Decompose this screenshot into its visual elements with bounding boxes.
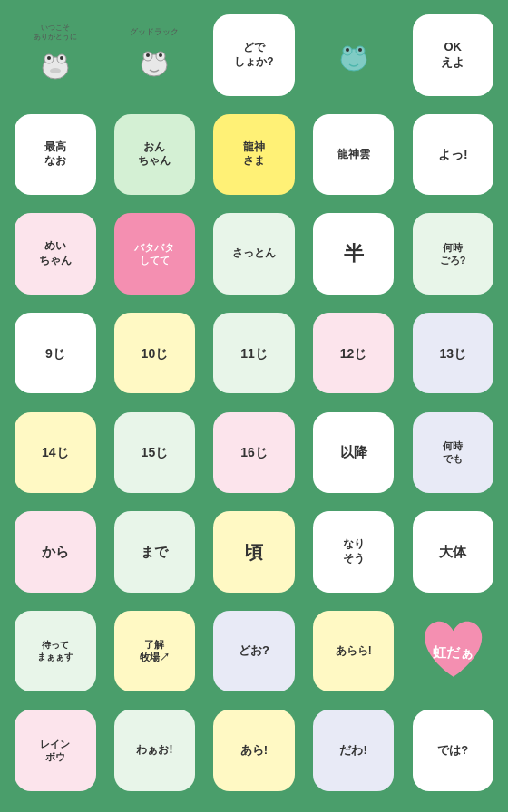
sticker-grid: いつこそありがとうに グッドラック どでしょか? <box>9 9 499 797</box>
sticker-11[interactable]: めいちゃん <box>9 208 102 300</box>
sticker-2[interactable]: グッドラック <box>109 9 201 102</box>
sticker-35[interactable]: 虹だぁ <box>406 605 499 698</box>
sticker-1[interactable]: いつこそありがとうに <box>9 9 102 102</box>
bubble-34: あらら! <box>313 611 394 691</box>
bubble-33: どお? <box>213 611 294 691</box>
sticker-3[interactable]: どでしょか? <box>208 9 300 102</box>
bubble-31: 待ってまぁぁす <box>15 611 95 691</box>
sticker-32[interactable]: 了解牧場↗ <box>109 605 201 698</box>
bubble-10: よっ! <box>413 114 493 195</box>
bubble-28: 頃 <box>213 511 294 592</box>
svg-point-5 <box>50 68 61 73</box>
bubble-21: 14じ <box>15 412 95 493</box>
svg-point-10 <box>159 53 162 57</box>
sticker-6[interactable]: 最高なお <box>9 109 102 201</box>
bubble-36: レインボウ <box>15 710 95 790</box>
sticker-22[interactable]: 15じ <box>109 406 201 498</box>
bubble-6: 最高なお <box>15 114 95 195</box>
bubble-30: 大体 <box>413 511 493 592</box>
sticker-37[interactable]: わぁお! <box>109 704 201 797</box>
bubble-27: まで <box>114 511 195 592</box>
sticker-21[interactable]: 14じ <box>9 406 102 498</box>
sticker-28[interactable]: 頃 <box>208 506 300 598</box>
sticker-24[interactable]: 以降 <box>308 406 400 498</box>
sticker-27[interactable]: まで <box>109 506 201 598</box>
sticker-29[interactable]: なりそう <box>308 506 400 598</box>
bubble-19: 12じ <box>313 313 394 393</box>
svg-point-9 <box>146 53 150 57</box>
sticker-38[interactable]: あら! <box>208 704 300 797</box>
bubble-13: さっとん <box>213 213 294 294</box>
bubble-38: あら! <box>213 710 294 790</box>
bubble-8: 龍神さま <box>213 114 294 195</box>
svg-point-15 <box>358 48 362 52</box>
sticker-18[interactable]: 11じ <box>208 307 300 400</box>
sticker-20[interactable]: 13じ <box>406 307 499 400</box>
sticker-12[interactable]: バタバタしてて <box>109 208 201 300</box>
sticker-7[interactable]: おんちゃん <box>109 109 201 201</box>
bubble-32: 了解牧場↗ <box>114 611 195 691</box>
sticker-36[interactable]: レインボウ <box>9 704 102 797</box>
sticker-5[interactable]: OKえよ <box>406 9 499 102</box>
bubble-23: 16じ <box>213 412 294 493</box>
sticker-39[interactable]: だわ! <box>308 704 400 797</box>
svg-point-4 <box>60 56 64 60</box>
svg-point-3 <box>47 56 51 60</box>
svg-text:虹だぁ: 虹だぁ <box>433 645 474 660</box>
bubble-37: わぁお! <box>114 710 195 790</box>
bubble-18: 11じ <box>213 313 294 393</box>
bubble-25: 何時でも <box>413 412 493 493</box>
bubble-29: なりそう <box>313 511 394 592</box>
sticker-23[interactable]: 16じ <box>208 406 300 498</box>
bubble-12: バタバタしてて <box>114 213 195 294</box>
sticker-33[interactable]: どお? <box>208 605 300 698</box>
bubble-11: めいちゃん <box>15 213 95 294</box>
sticker-16[interactable]: 9じ <box>9 307 102 400</box>
bubble-26: から <box>15 511 95 592</box>
svg-point-14 <box>346 48 349 52</box>
sticker-14[interactable]: 半 <box>308 208 400 300</box>
sticker-4[interactable] <box>308 9 400 102</box>
sticker-31[interactable]: 待ってまぁぁす <box>9 605 102 698</box>
bubble-15: 何時ごろ? <box>413 213 493 294</box>
bubble-16: 9じ <box>15 313 95 393</box>
bubble-39: だわ! <box>313 710 394 790</box>
bubble-20: 13じ <box>413 313 493 393</box>
sticker-34[interactable]: あらら! <box>308 605 400 698</box>
bubble-14: 半 <box>313 213 394 294</box>
bubble-5: OKえよ <box>413 14 493 95</box>
bubble-22: 15じ <box>114 412 195 493</box>
bubble-24: 以降 <box>313 412 394 493</box>
bubble-9: 龍神雲 <box>313 114 394 195</box>
bubble-7: おんちゃん <box>114 114 195 195</box>
sticker-15[interactable]: 何時ごろ? <box>406 208 499 300</box>
bubble-3: どでしょか? <box>213 14 294 95</box>
sticker-13[interactable]: さっとん <box>208 208 300 300</box>
bubble-17: 10じ <box>114 313 195 393</box>
sticker-8[interactable]: 龍神さま <box>208 109 300 201</box>
sticker-40[interactable]: では? <box>406 704 499 797</box>
sticker-17[interactable]: 10じ <box>109 307 201 400</box>
sticker-26[interactable]: から <box>9 506 102 598</box>
bubble-40: では? <box>413 710 493 790</box>
sticker-25[interactable]: 何時でも <box>406 406 499 498</box>
sticker-10[interactable]: よっ! <box>406 109 499 201</box>
sticker-30[interactable]: 大体 <box>406 506 499 598</box>
sticker-9[interactable]: 龍神雲 <box>308 109 400 201</box>
sticker-19[interactable]: 12じ <box>308 307 400 400</box>
